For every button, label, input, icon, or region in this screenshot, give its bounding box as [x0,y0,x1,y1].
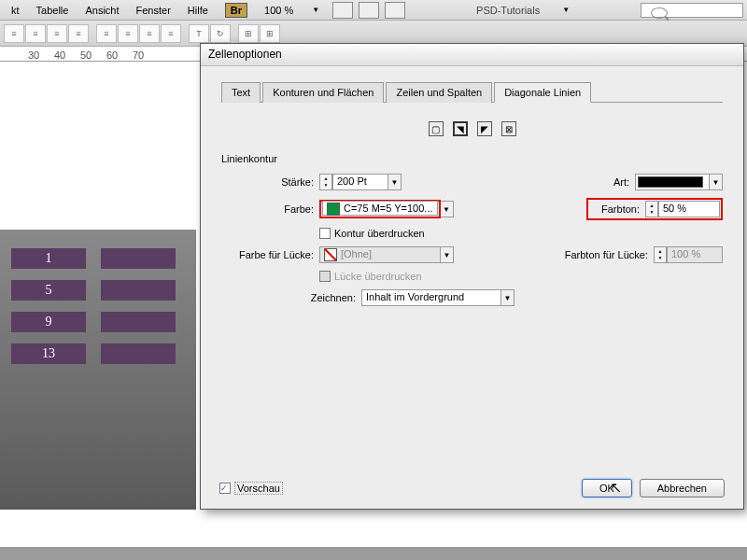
table-cell [101,312,176,332]
overprint-gap-checkbox [319,271,331,282]
align-top-icon[interactable]: ≡ [96,24,117,43]
menu-item[interactable]: Fenster [129,3,178,18]
table-cell: 9 [11,312,86,332]
table-cell: 5 [11,280,86,301]
menu-item[interactable]: kt [4,3,27,18]
weight-spinner[interactable] [319,174,332,190]
zoom-level[interactable]: 100 % [257,3,301,18]
cancel-button[interactable]: Abbrechen [640,479,725,497]
diag-backslash-icon[interactable]: ◥ [453,121,468,136]
align-justify-all-icon[interactable]: ≡ [161,24,181,43]
table-cell: 13 [11,343,86,364]
gap-tint-input: 100 % [667,246,723,263]
align-justify-icon[interactable]: ≡ [68,24,89,43]
ok-button[interactable]: OK [582,479,632,497]
draw-label: Zeichnen: [221,292,361,303]
tint-label: Farbton: [589,203,645,215]
overprint-stroke-label: Kontur überdrucken [334,228,425,239]
green-swatch-icon [327,203,340,216]
table-cell [101,280,176,301]
menu-item[interactable]: Tabelle [29,3,77,18]
main-menubar: kt Tabelle Ansicht Fenster Hilfe Br 100 … [0,0,747,21]
stroke-type-select[interactable] [635,174,710,190]
type-label: Art: [551,176,635,188]
screen-mode-icon[interactable] [359,2,379,19]
search-icon [651,7,668,19]
gap-color-dropdown-icon: ▼ [441,246,454,263]
diag-none-icon[interactable]: ▢ [429,121,444,136]
color-dropdown-icon[interactable]: ▼ [441,201,454,217]
preview-checkbox[interactable] [219,483,231,494]
draw-select[interactable]: Inhalt im Vordergrund [361,289,501,306]
gap-color-label: Farbe für Lücke: [221,249,319,260]
text-orient-icon[interactable]: T [189,24,209,43]
color-select[interactable]: C=75 M=5 Y=100... [322,201,438,216]
search-input[interactable] [641,3,743,18]
tint-input[interactable]: 50 % [658,201,720,217]
weight-input[interactable]: 200 Pt [332,174,388,190]
color-highlight: C=75 M=5 Y=100... [319,200,441,218]
table-cell: 1 [11,248,86,269]
gap-color-select: [Ohne] [319,246,441,263]
rows-icon[interactable]: ⊞ [238,24,259,43]
view-mode-icon[interactable] [332,2,353,19]
tab-diagonal-lines[interactable]: Diagonale Linien [494,82,591,103]
type-dropdown-icon[interactable]: ▼ [710,174,723,190]
cols-icon[interactable]: ⊞ [260,24,280,43]
weight-dropdown-icon[interactable]: ▼ [388,174,402,190]
bridge-badge[interactable]: Br [225,3,247,18]
table-preview: 1 5 9 13 [0,230,196,510]
none-swatch-icon [324,248,337,261]
overprint-gap-label: Lücke überdrucken [334,271,422,282]
align-bottom-icon[interactable]: ≡ [139,24,160,43]
tab-rows-columns[interactable]: Zeilen und Spalten [386,82,492,103]
align-middle-icon[interactable]: ≡ [118,24,138,43]
align-left-icon[interactable]: ≡ [4,24,24,43]
gap-tint-spinner [654,246,667,263]
align-right-icon[interactable]: ≡ [47,24,67,43]
tint-spinner[interactable] [645,201,658,217]
diag-cross-icon[interactable]: ⊠ [501,121,516,136]
workspace-label[interactable]: PSD-Tutorials [469,3,547,18]
diag-slash-icon[interactable]: ◤ [477,121,492,136]
arrange-icon[interactable] [385,2,405,19]
align-center-icon[interactable]: ≡ [25,24,46,43]
table-cell [101,248,176,269]
menu-item[interactable]: Ansicht [78,3,126,18]
table-cell [101,343,176,364]
overprint-stroke-checkbox[interactable] [319,228,331,239]
dialog-tabs: Text Konturen und Flächen Zeilen und Spa… [221,81,723,103]
tab-text[interactable]: Text [221,82,261,103]
color-label: Farbe: [221,203,319,215]
rotate-icon[interactable]: ↻ [210,24,231,43]
weight-label: Stärke: [221,176,319,188]
tint-highlight: Farbton: 50 % [586,198,723,220]
menu-item[interactable]: Hilfe [180,3,216,18]
dialog-title: Zellenoptionen [201,44,743,66]
cell-options-dialog: Zellenoptionen Text Konturen und Flächen… [200,43,744,510]
group-label: Linienkontur [221,153,723,164]
diagonal-type-selector: ▢ ◥ ◤ ⊠ [221,121,723,136]
gap-tint-label: Farbton für Lücke: [551,249,654,260]
preview-label: Vorschau [234,482,283,495]
tab-strokes-fills[interactable]: Konturen und Flächen [262,82,384,103]
draw-dropdown-icon[interactable]: ▼ [501,289,514,306]
